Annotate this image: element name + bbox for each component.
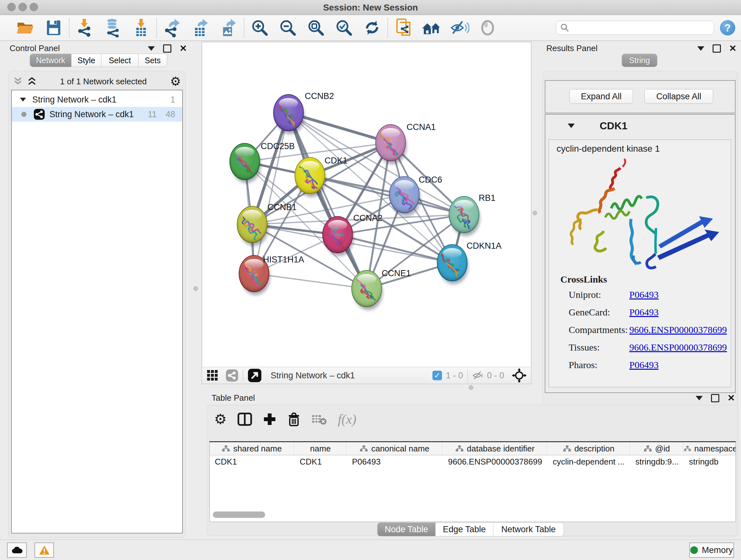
export-image-button[interactable] (214, 17, 243, 38)
warnings-button[interactable] (35, 543, 54, 558)
crosslink-label: Pharos: (569, 360, 597, 370)
grid-view-icon[interactable] (206, 369, 219, 381)
network-graph[interactable]: CCNB2CCNA1CDC25BCDK1CDC6RB1CCNB1CCNA2CDK… (202, 42, 531, 367)
home-button[interactable] (417, 17, 446, 38)
network-edge[interactable] (254, 273, 367, 289)
network-node-CCNB1[interactable] (237, 206, 268, 246)
help-button[interactable]: ? (720, 20, 735, 36)
share-document-button[interactable] (389, 17, 417, 38)
open-folder-icon (16, 19, 36, 37)
close-panel-icon[interactable]: ✕ (728, 395, 735, 401)
tab-select[interactable]: Select (102, 54, 138, 67)
tab-network-table[interactable]: Network Table (493, 522, 564, 537)
right-splitter-handle[interactable] (533, 211, 537, 215)
collapse-all-button[interactable]: Collapse All (644, 89, 713, 104)
import-network-from-file-button[interactable] (71, 17, 99, 38)
left-splitter-handle[interactable] (193, 287, 198, 291)
gear-icon[interactable]: ⚙ (170, 77, 181, 86)
crosslink-link[interactable]: P06493 (629, 307, 659, 318)
function-builder-icon[interactable]: f(x) (338, 412, 356, 427)
collection-expand-icon[interactable] (20, 98, 26, 102)
network-canvas[interactable]: CCNB2CCNA1CDC25BCDK1CDC6RB1CCNB1CCNA2CDK… (202, 42, 531, 367)
hide-selected-button[interactable] (446, 17, 474, 38)
column-header-shared-name[interactable]: shared name (210, 442, 294, 455)
tab-string[interactable]: String (622, 54, 657, 67)
table-cell[interactable]: P06493 (347, 455, 443, 468)
network-node-CCNE1[interactable] (352, 270, 383, 310)
tab-edge-table[interactable]: Edge Table (435, 522, 493, 537)
zoom-out-button[interactable] (274, 17, 302, 38)
delete-column-icon[interactable] (287, 412, 300, 427)
close-panel-icon[interactable]: ✕ (729, 45, 737, 52)
tab-node-table[interactable]: Node Table (377, 522, 435, 537)
network-node-CCNB2[interactable] (273, 95, 305, 134)
open-session-button[interactable] (11, 17, 40, 38)
column-header-canonical-name[interactable]: canonical name (347, 442, 443, 455)
table-settings-gear-icon[interactable]: ⚙ (214, 412, 226, 426)
crosslink-link[interactable]: 9606.ENSP00000378699 (629, 324, 727, 335)
zoom-in-button[interactable] (246, 17, 274, 38)
share-view-icon[interactable] (226, 369, 239, 382)
network-node-CDC6[interactable] (389, 177, 420, 216)
show-columns-icon[interactable] (238, 413, 252, 426)
crosslink-link[interactable]: P06493 (629, 360, 659, 370)
birdseye-view-icon[interactable] (248, 368, 262, 382)
table-cell[interactable]: CDK1 (294, 455, 347, 468)
network-node-RB1[interactable] (449, 196, 480, 236)
cloud-status-button[interactable] (7, 543, 27, 558)
close-panel-icon[interactable]: ✕ (180, 45, 187, 52)
gene-collapse-icon[interactable] (568, 124, 575, 128)
edge-count: 48 (165, 110, 175, 119)
network-node-CDKN1A[interactable] (437, 245, 468, 284)
panel-menu-icon[interactable] (696, 396, 703, 400)
crosslink-link[interactable]: P06493 (629, 289, 659, 300)
import-table-from-file-button[interactable] (127, 17, 155, 38)
network-node-CCNA2[interactable] (323, 216, 354, 256)
zoom-selected-button[interactable] (330, 17, 358, 38)
save-session-button[interactable] (40, 17, 68, 38)
expand-all-button[interactable]: Expand All (569, 89, 633, 104)
crosslink-link[interactable]: 9606.ENSP00000378699 (629, 342, 727, 353)
network-collection-row[interactable]: String Network – cdk1 1 (12, 92, 182, 107)
bottom-splitter-handle[interactable] (469, 385, 473, 390)
search-field[interactable] (556, 21, 714, 35)
column-header-database-identifier[interactable]: database identifier (443, 442, 547, 455)
network-edge[interactable] (254, 113, 288, 273)
column-header--id[interactable]: @id (630, 442, 684, 455)
float-panel-icon[interactable] (163, 44, 172, 53)
show-all-button[interactable] (474, 17, 502, 38)
column-header-namespace[interactable]: namespace (684, 442, 736, 455)
network-node-CCNA1[interactable] (376, 125, 407, 164)
network-node-CDK1[interactable] (295, 158, 326, 197)
memory-button[interactable]: Memory (689, 543, 734, 558)
tab-style[interactable]: Style (71, 54, 102, 67)
network-node-CDC25B[interactable] (230, 143, 261, 183)
table-cell[interactable]: CDK1 (210, 455, 294, 468)
network-row[interactable]: String Network – cdk1 11 48 (12, 107, 182, 122)
selected-checkbox-icon[interactable]: ✓ (432, 371, 442, 380)
fit-crosshair-icon[interactable] (512, 368, 527, 383)
tab-sets[interactable]: Sets (138, 54, 167, 67)
collapse-all-icon[interactable] (13, 77, 23, 86)
zoom-fit-button[interactable] (302, 17, 330, 38)
import-network-from-database-button[interactable] (99, 17, 127, 38)
table-cell[interactable]: cyclin-dependent ... (548, 455, 630, 468)
delete-table-icon[interactable] (312, 413, 327, 425)
panel-menu-icon[interactable] (148, 46, 155, 51)
search-input[interactable] (569, 23, 705, 33)
add-column-icon[interactable] (263, 413, 276, 426)
export-network-button[interactable] (158, 17, 186, 38)
refresh-button[interactable] (358, 17, 386, 38)
tab-network[interactable]: Network (30, 54, 71, 67)
float-panel-icon[interactable] (713, 44, 721, 53)
export-table-button[interactable] (186, 17, 214, 38)
horizontal-scrollbar[interactable] (213, 511, 265, 518)
panel-menu-icon[interactable] (697, 46, 704, 51)
table-cell[interactable]: 9606.ENSP00000378699 (443, 455, 547, 468)
table-cell[interactable]: stringdb:9... (630, 455, 684, 468)
column-header-description[interactable]: description (548, 442, 630, 455)
table-cell[interactable]: stringdb (684, 455, 736, 468)
column-header-name[interactable]: name (294, 442, 347, 455)
expand-all-icon[interactable] (27, 77, 37, 86)
float-panel-icon[interactable] (711, 394, 719, 402)
